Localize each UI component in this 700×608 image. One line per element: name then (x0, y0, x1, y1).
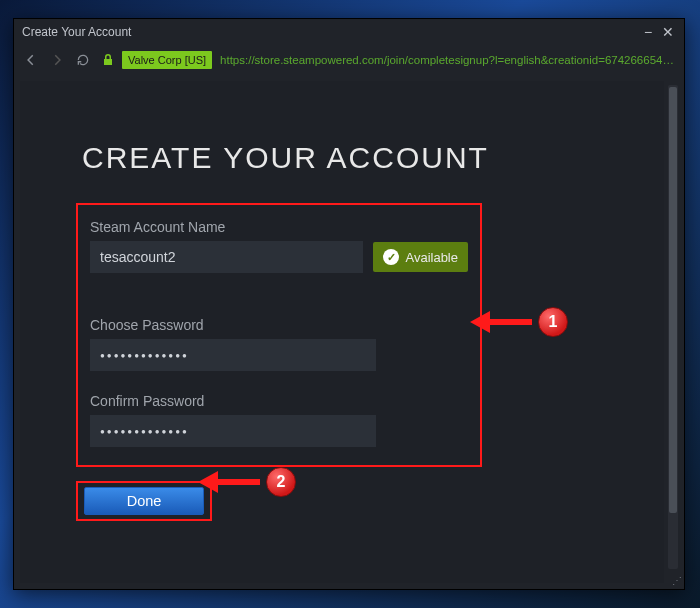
done-button-highlight: Done (76, 481, 212, 521)
resize-grip-icon[interactable]: ⋰ (670, 575, 682, 587)
forward-button[interactable] (46, 49, 68, 71)
page-title: CREATE YOUR ACCOUNT (82, 141, 664, 175)
back-icon (24, 53, 38, 67)
availability-label: Available (405, 250, 458, 265)
credentials-form: Steam Account Name ✓ Available Choose Pa… (76, 203, 482, 467)
certificate-badge: Valve Corp [US] (122, 51, 212, 69)
account-name-row: ✓ Available (90, 241, 468, 273)
content-wrap: CREATE YOUR ACCOUNT Steam Account Name ✓… (14, 75, 684, 589)
window-title: Create Your Account (20, 25, 638, 39)
account-name-label: Steam Account Name (90, 219, 468, 235)
scrollbar-thumb[interactable] (669, 87, 677, 513)
titlebar: Create Your Account − ✕ (14, 19, 684, 45)
account-name-input[interactable] (90, 241, 363, 273)
dialog-window: Create Your Account − ✕ Valve Corp [US] … (13, 18, 685, 590)
check-icon: ✓ (383, 249, 399, 265)
lock-icon (98, 50, 118, 70)
back-button[interactable] (20, 49, 42, 71)
done-button[interactable]: Done (84, 487, 204, 515)
reload-button[interactable] (72, 49, 94, 71)
minimize-button[interactable]: − (638, 22, 658, 42)
url-text[interactable]: https://store.steampowered.com/join/comp… (216, 54, 678, 66)
choose-password-label: Choose Password (90, 317, 468, 333)
forward-icon (50, 53, 64, 67)
choose-password-input[interactable] (90, 339, 376, 371)
close-button[interactable]: ✕ (658, 22, 678, 42)
confirm-password-label: Confirm Password (90, 393, 468, 409)
availability-badge: ✓ Available (373, 242, 468, 272)
address-bar: Valve Corp [US] https://store.steampower… (14, 45, 684, 75)
page-content: CREATE YOUR ACCOUNT Steam Account Name ✓… (20, 81, 664, 583)
reload-icon (76, 53, 90, 67)
scrollbar[interactable] (668, 85, 678, 569)
confirm-password-input[interactable] (90, 415, 376, 447)
